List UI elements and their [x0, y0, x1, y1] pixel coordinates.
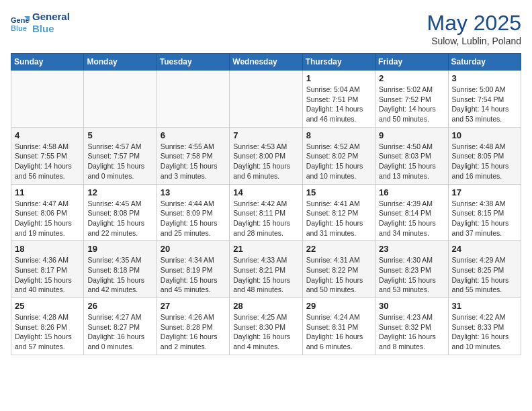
- day-info: Sunrise: 5:02 AM Sunset: 7:52 PM Dayligh…: [379, 85, 444, 124]
- calendar-cell: 18Sunrise: 4:36 AM Sunset: 8:17 PM Dayli…: [11, 241, 84, 298]
- location-subtitle: Sulow, Lublin, Poland: [427, 36, 521, 46]
- day-header-monday: Monday: [84, 54, 157, 71]
- calendar-cell: 16Sunrise: 4:39 AM Sunset: 8:14 PM Dayli…: [375, 184, 448, 241]
- calendar-week-row: 11Sunrise: 4:47 AM Sunset: 8:06 PM Dayli…: [11, 184, 521, 241]
- calendar-header-row: SundayMondayTuesdayWednesdayThursdayFrid…: [11, 54, 521, 71]
- day-header-saturday: Saturday: [448, 54, 521, 71]
- calendar-cell: 29Sunrise: 4:24 AM Sunset: 8:31 PM Dayli…: [302, 298, 375, 355]
- calendar-cell: 17Sunrise: 4:38 AM Sunset: 8:15 PM Dayli…: [448, 184, 521, 241]
- day-info: Sunrise: 4:24 AM Sunset: 8:31 PM Dayligh…: [306, 312, 371, 352]
- calendar-cell: 13Sunrise: 4:44 AM Sunset: 8:09 PM Dayli…: [157, 184, 229, 241]
- logo: General Blue General Blue: [11, 11, 70, 35]
- day-header-sunday: Sunday: [11, 54, 84, 71]
- calendar-cell: 25Sunrise: 4:28 AM Sunset: 8:26 PM Dayli…: [11, 298, 84, 355]
- day-number: 25: [15, 301, 80, 311]
- day-header-thursday: Thursday: [302, 54, 375, 71]
- day-number: 18: [15, 244, 80, 254]
- calendar-cell: 5Sunrise: 4:57 AM Sunset: 7:57 PM Daylig…: [84, 127, 157, 184]
- day-number: 23: [379, 244, 444, 254]
- day-info: Sunrise: 4:28 AM Sunset: 8:26 PM Dayligh…: [15, 312, 80, 352]
- month-title: May 2025: [427, 11, 521, 36]
- calendar-cell: 10Sunrise: 4:48 AM Sunset: 8:05 PM Dayli…: [448, 127, 521, 184]
- day-number: 15: [306, 187, 371, 197]
- day-number: 31: [452, 301, 517, 311]
- day-header-friday: Friday: [375, 54, 448, 71]
- day-info: Sunrise: 4:22 AM Sunset: 8:33 PM Dayligh…: [452, 312, 517, 352]
- day-info: Sunrise: 4:57 AM Sunset: 7:57 PM Dayligh…: [87, 142, 152, 181]
- calendar-week-row: 18Sunrise: 4:36 AM Sunset: 8:17 PM Dayli…: [11, 241, 521, 298]
- calendar-cell: 20Sunrise: 4:34 AM Sunset: 8:19 PM Dayli…: [157, 241, 229, 298]
- day-number: 24: [452, 244, 517, 254]
- day-number: 26: [87, 301, 152, 311]
- calendar-cell: 23Sunrise: 4:30 AM Sunset: 8:23 PM Dayli…: [375, 241, 448, 298]
- calendar-cell: [230, 71, 302, 128]
- calendar-cell: 2Sunrise: 5:02 AM Sunset: 7:52 PM Daylig…: [375, 71, 448, 128]
- day-number: 14: [233, 187, 298, 197]
- calendar-table: SundayMondayTuesdayWednesdayThursdayFrid…: [11, 53, 521, 355]
- day-number: 11: [15, 187, 80, 197]
- calendar-cell: 11Sunrise: 4:47 AM Sunset: 8:06 PM Dayli…: [11, 184, 84, 241]
- day-number: 22: [306, 244, 371, 254]
- calendar-cell: 14Sunrise: 4:42 AM Sunset: 8:11 PM Dayli…: [230, 184, 302, 241]
- svg-text:Blue: Blue: [11, 24, 27, 32]
- day-number: 19: [87, 244, 152, 254]
- calendar-cell: 6Sunrise: 4:55 AM Sunset: 7:58 PM Daylig…: [157, 127, 229, 184]
- calendar-cell: 4Sunrise: 4:58 AM Sunset: 7:55 PM Daylig…: [11, 127, 84, 184]
- day-number: 13: [161, 187, 226, 197]
- day-info: Sunrise: 4:42 AM Sunset: 8:11 PM Dayligh…: [233, 199, 298, 238]
- day-info: Sunrise: 4:23 AM Sunset: 8:32 PM Dayligh…: [379, 312, 444, 352]
- calendar-cell: 15Sunrise: 4:41 AM Sunset: 8:12 PM Dayli…: [302, 184, 375, 241]
- page-header: General Blue General Blue May 2025 Sulow…: [11, 11, 521, 46]
- day-number: 3: [452, 73, 517, 83]
- day-number: 5: [87, 130, 152, 140]
- calendar-cell: 9Sunrise: 4:50 AM Sunset: 8:03 PM Daylig…: [375, 127, 448, 184]
- day-info: Sunrise: 4:39 AM Sunset: 8:14 PM Dayligh…: [379, 199, 444, 238]
- day-info: Sunrise: 4:34 AM Sunset: 8:19 PM Dayligh…: [161, 255, 226, 295]
- calendar-cell: 31Sunrise: 4:22 AM Sunset: 8:33 PM Dayli…: [448, 298, 521, 355]
- day-info: Sunrise: 4:44 AM Sunset: 8:09 PM Dayligh…: [161, 199, 226, 238]
- calendar-cell: 8Sunrise: 4:52 AM Sunset: 8:02 PM Daylig…: [302, 127, 375, 184]
- calendar-cell: 1Sunrise: 5:04 AM Sunset: 7:51 PM Daylig…: [302, 71, 375, 128]
- day-header-tuesday: Tuesday: [157, 54, 229, 71]
- calendar-cell: 27Sunrise: 4:26 AM Sunset: 8:28 PM Dayli…: [157, 298, 229, 355]
- day-info: Sunrise: 4:47 AM Sunset: 8:06 PM Dayligh…: [15, 199, 80, 238]
- day-number: 7: [233, 130, 298, 140]
- day-info: Sunrise: 4:55 AM Sunset: 7:58 PM Dayligh…: [161, 142, 226, 181]
- day-info: Sunrise: 4:35 AM Sunset: 8:18 PM Dayligh…: [87, 255, 152, 295]
- day-number: 9: [379, 130, 444, 140]
- calendar-cell: 3Sunrise: 5:00 AM Sunset: 7:54 PM Daylig…: [448, 71, 521, 128]
- day-info: Sunrise: 4:27 AM Sunset: 8:27 PM Dayligh…: [87, 312, 152, 352]
- calendar-cell: [11, 71, 84, 128]
- day-info: Sunrise: 4:26 AM Sunset: 8:28 PM Dayligh…: [161, 312, 226, 352]
- day-number: 17: [452, 187, 517, 197]
- day-number: 21: [233, 244, 298, 254]
- day-number: 2: [379, 73, 444, 83]
- calendar-cell: 22Sunrise: 4:31 AM Sunset: 8:22 PM Dayli…: [302, 241, 375, 298]
- calendar-cell: [157, 71, 229, 128]
- day-info: Sunrise: 4:33 AM Sunset: 8:21 PM Dayligh…: [233, 255, 298, 295]
- day-number: 4: [15, 130, 80, 140]
- day-number: 20: [161, 244, 226, 254]
- day-header-wednesday: Wednesday: [230, 54, 302, 71]
- day-number: 6: [161, 130, 226, 140]
- calendar-cell: 19Sunrise: 4:35 AM Sunset: 8:18 PM Dayli…: [84, 241, 157, 298]
- calendar-cell: 28Sunrise: 4:25 AM Sunset: 8:30 PM Dayli…: [230, 298, 302, 355]
- day-number: 28: [233, 301, 298, 311]
- day-number: 27: [161, 301, 226, 311]
- day-info: Sunrise: 4:52 AM Sunset: 8:02 PM Dayligh…: [306, 142, 371, 181]
- day-number: 8: [306, 130, 371, 140]
- logo-text-general: General: [32, 11, 70, 23]
- day-info: Sunrise: 4:53 AM Sunset: 8:00 PM Dayligh…: [233, 142, 298, 181]
- day-info: Sunrise: 4:41 AM Sunset: 8:12 PM Dayligh…: [306, 199, 371, 238]
- day-number: 30: [379, 301, 444, 311]
- day-info: Sunrise: 5:00 AM Sunset: 7:54 PM Dayligh…: [452, 85, 517, 124]
- calendar-cell: 24Sunrise: 4:29 AM Sunset: 8:25 PM Dayli…: [448, 241, 521, 298]
- calendar-cell: 30Sunrise: 4:23 AM Sunset: 8:32 PM Dayli…: [375, 298, 448, 355]
- calendar-cell: 7Sunrise: 4:53 AM Sunset: 8:00 PM Daylig…: [230, 127, 302, 184]
- day-info: Sunrise: 4:30 AM Sunset: 8:23 PM Dayligh…: [379, 255, 444, 295]
- day-info: Sunrise: 5:04 AM Sunset: 7:51 PM Dayligh…: [306, 85, 371, 124]
- calendar-cell: 12Sunrise: 4:45 AM Sunset: 8:08 PM Dayli…: [84, 184, 157, 241]
- day-info: Sunrise: 4:29 AM Sunset: 8:25 PM Dayligh…: [452, 255, 517, 295]
- day-number: 29: [306, 301, 371, 311]
- logo-icon: General Blue: [11, 13, 30, 32]
